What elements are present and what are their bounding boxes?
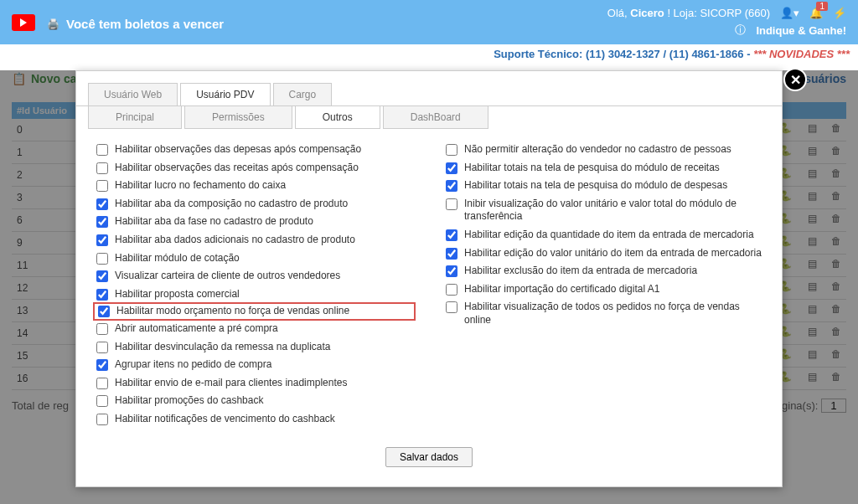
option-label: Habilitar importação do certificado digi… [464, 283, 659, 296]
option-checkbox[interactable] [96, 216, 108, 228]
option-row: Não permitir alteração do vendedor no ca… [446, 141, 762, 159]
option-row: Habilitar observações das depesas após c… [96, 141, 412, 159]
option-checkbox[interactable] [446, 229, 457, 241]
option-checkbox[interactable] [96, 378, 108, 389]
option-label: Habilitar lucro no fechamento do caixa [115, 179, 286, 193]
subtab-principal[interactable]: Principal [88, 106, 182, 129]
option-label: Inibir visualização do valor unitário e … [464, 198, 762, 224]
tab-usuário-pdv[interactable]: Usuário PDV [180, 83, 270, 105]
option-checkbox[interactable] [446, 301, 457, 313]
info-icon: ⓘ [735, 23, 746, 38]
subtab-permissões[interactable]: Permissões [184, 106, 292, 129]
option-label: Visualizar carteira de cliente de outros… [115, 270, 340, 283]
option-row: Agrupar itens no pedido de compra [96, 356, 412, 374]
option-checkbox[interactable] [96, 180, 108, 192]
option-row: Habilitar promoções do cashback [96, 392, 412, 410]
option-row: Habilitar observações das receitas após … [96, 159, 412, 177]
option-label: Agrupar itens no pedido de compra [115, 358, 271, 372]
bolt-icon[interactable]: ⚡ [833, 7, 846, 19]
option-label: Habilitar totais na tela de pesquisa do … [464, 162, 720, 175]
close-icon[interactable]: ✕ [783, 68, 807, 91]
option-row: Habilitar totais na tela de pesquisa do … [446, 159, 762, 177]
option-row: Habilitar aba dados adicionais no cadast… [96, 231, 412, 249]
option-label: Habilitar modo orçamento no força de ven… [116, 305, 349, 318]
option-checkbox[interactable] [96, 359, 108, 371]
option-label: Habilitar proposta comercial [115, 288, 240, 301]
option-row: Habilitar notificações de vencimento do … [96, 410, 412, 429]
modal-overlay: ✕ Usuário WebUsuário PDVCargo PrincipalP… [0, 70, 858, 429]
printer-icon: 🖨️ [47, 18, 59, 30]
option-checkbox[interactable] [98, 306, 110, 317]
option-label: Habilitar edição do valor unitário do it… [464, 247, 762, 260]
support-bar: Suporte Técnico: (11) 3042-1327 / (11) 4… [0, 44, 858, 64]
option-label: Habilitar observações das depesas após c… [115, 143, 361, 157]
option-checkbox[interactable] [446, 284, 457, 296]
option-row: Inibir visualização do valor unitário e … [446, 195, 762, 226]
option-row: Habilitar totais na tela de pesquisa do … [446, 177, 762, 195]
option-row: Habilitar envio de e-mail para clientes … [96, 374, 412, 393]
option-label: Habilitar notificações de vencimento do … [115, 413, 335, 426]
subtab-dashboard[interactable]: DashBoard [383, 106, 488, 129]
option-label: Habilitar totais na tela de pesquisa do … [464, 179, 727, 193]
option-label: Habilitar promoções do cashback [115, 394, 263, 408]
option-checkbox[interactable] [96, 342, 108, 353]
option-label: Habilitar aba da composição no cadastro … [115, 198, 348, 211]
settings-modal: ✕ Usuário WebUsuário PDVCargo PrincipalP… [75, 70, 783, 429]
option-row: Habilitar edição da quantidade do item d… [446, 226, 762, 244]
option-label: Habilitar observações das receitas após … [115, 162, 359, 175]
option-checkbox[interactable] [96, 323, 108, 335]
option-checkbox[interactable] [446, 248, 457, 260]
option-label: Habilitar exclusão do item da entrada de… [464, 265, 697, 278]
option-label: Habilitar edição da quantidade do item d… [464, 229, 754, 242]
option-label: Habilitar visualização de todos os pedid… [464, 301, 762, 327]
option-row: Habilitar exclusão do item da entrada de… [446, 262, 762, 280]
option-row: Habilitar módulo de cotação [96, 249, 412, 268]
novidades-link[interactable]: *** NOVIDADES *** [753, 48, 850, 60]
header-title: Você tem boletos a vencer [66, 17, 224, 31]
option-checkbox[interactable] [96, 253, 108, 265]
user-icon[interactable]: 👤▾ [780, 7, 799, 19]
option-checkbox[interactable] [96, 270, 108, 282]
bell-icon[interactable]: 🔔1 [809, 7, 823, 19]
option-row: Habilitar importação do certificado digi… [446, 280, 762, 299]
option-label: Habilitar aba dados adicionais no cadast… [115, 234, 355, 247]
tab-cargo[interactable]: Cargo [273, 83, 333, 105]
option-checkbox[interactable] [96, 144, 108, 156]
option-label: Habilitar envio de e-mail para clientes … [115, 377, 347, 390]
option-row: Habilitar visualização de todos os pedid… [446, 298, 762, 329]
option-row: Habilitar aba da composição no cadastro … [96, 195, 412, 213]
subtab-outros[interactable]: Outros [295, 106, 380, 129]
option-label: Abrir automaticamente a pré compra [115, 322, 278, 336]
option-checkbox[interactable] [96, 162, 108, 174]
option-checkbox[interactable] [446, 162, 457, 174]
option-checkbox[interactable] [96, 234, 108, 246]
option-checkbox[interactable] [446, 198, 457, 210]
option-row: Habilitar proposta comercial [96, 285, 412, 304]
option-row: Habilitar desvinculação da remessa na du… [96, 338, 412, 357]
tab-usuário-web[interactable]: Usuário Web [88, 83, 178, 105]
youtube-icon[interactable] [12, 14, 35, 31]
option-label: Não permitir alteração do vendedor no ca… [464, 143, 731, 157]
option-row: Habilitar lucro no fechamento do caixa [96, 177, 412, 195]
option-row: Habilitar aba da fase no cadastro de pro… [96, 213, 412, 231]
option-checkbox[interactable] [446, 180, 457, 192]
app-header: 🖨️ Você tem boletos a vencer Olá, Cicero… [0, 0, 858, 44]
option-checkbox[interactable] [96, 414, 108, 425]
option-label: Habilitar módulo de cotação [115, 252, 240, 265]
option-checkbox[interactable] [96, 395, 108, 407]
option-checkbox[interactable] [96, 198, 108, 210]
option-row: Habilitar edição do valor unitário do it… [446, 244, 762, 263]
share-link[interactable]: Indique & Ganhe! [756, 24, 846, 37]
option-checkbox[interactable] [96, 289, 108, 301]
option-checkbox[interactable] [446, 265, 457, 277]
option-row: Habilitar modo orçamento no força de ven… [93, 302, 416, 321]
option-checkbox[interactable] [446, 144, 457, 156]
option-row: Abrir automaticamente a pré compra [96, 320, 412, 338]
option-label: Habilitar desvinculação da remessa na du… [115, 341, 330, 354]
option-row: Visualizar carteira de cliente de outros… [96, 267, 412, 285]
greeting: Olá, Cicero ! Loja: SICORP (660) [607, 7, 770, 19]
option-label: Habilitar aba da fase no cadastro de pro… [115, 215, 313, 229]
